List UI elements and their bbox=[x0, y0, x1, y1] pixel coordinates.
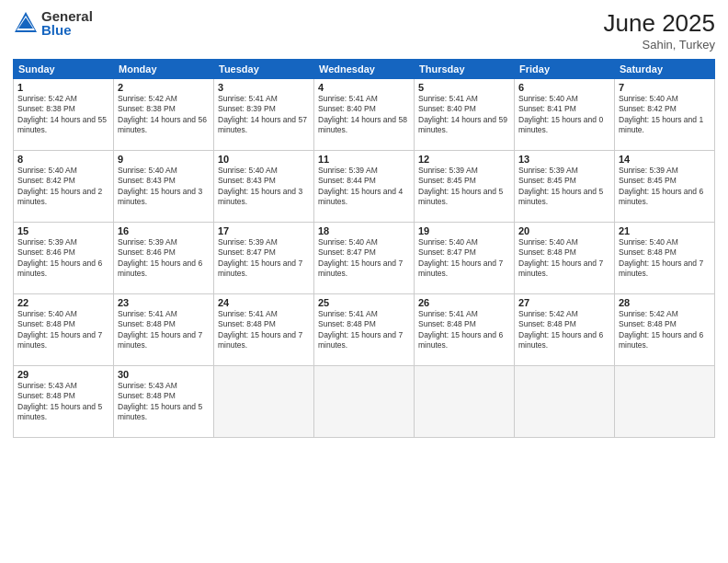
day-7: 7 Sunrise: 5:40 AMSunset: 8:42 PMDayligh… bbox=[615, 79, 715, 151]
day-22: 22 Sunrise: 5:40 AMSunset: 8:48 PMDaylig… bbox=[14, 294, 114, 366]
col-monday: Monday bbox=[114, 60, 214, 79]
day-17: 17 Sunrise: 5:39 AMSunset: 8:47 PMDaylig… bbox=[214, 223, 314, 294]
empty-cell-1 bbox=[214, 366, 314, 438]
logo-icon bbox=[13, 10, 39, 36]
day-23: 23 Sunrise: 5:41 AMSunset: 8:48 PMDaylig… bbox=[114, 294, 214, 366]
calendar-row-3: 15 Sunrise: 5:39 AMSunset: 8:46 PMDaylig… bbox=[14, 223, 715, 294]
col-friday: Friday bbox=[515, 60, 615, 79]
logo-general: General bbox=[41, 9, 93, 23]
day-29: 29 Sunrise: 5:43 AMSunset: 8:48 PMDaylig… bbox=[14, 366, 114, 438]
empty-cell-5 bbox=[615, 366, 715, 438]
logo: General Blue bbox=[13, 9, 93, 37]
calendar: Sunday Monday Tuesday Wednesday Thursday… bbox=[13, 59, 715, 438]
month-year: June 2025 bbox=[604, 9, 715, 38]
day-9: 9 Sunrise: 5:40 AMSunset: 8:43 PMDayligh… bbox=[114, 151, 214, 223]
empty-cell-4 bbox=[515, 366, 615, 438]
day-24: 24 Sunrise: 5:41 AMSunset: 8:48 PMDaylig… bbox=[214, 294, 314, 366]
day-5: 5 Sunrise: 5:41 AMSunset: 8:40 PMDayligh… bbox=[415, 79, 515, 151]
header: General Blue June 2025 Sahin, Turkey bbox=[13, 9, 715, 52]
day-6: 6 Sunrise: 5:40 AMSunset: 8:41 PMDayligh… bbox=[515, 79, 615, 151]
day-12: 12 Sunrise: 5:39 AMSunset: 8:45 PMDaylig… bbox=[415, 151, 515, 223]
day-13: 13 Sunrise: 5:39 AMSunset: 8:45 PMDaylig… bbox=[515, 151, 615, 223]
day-26: 26 Sunrise: 5:41 AMSunset: 8:48 PMDaylig… bbox=[415, 294, 515, 366]
day-18: 18 Sunrise: 5:40 AMSunset: 8:47 PMDaylig… bbox=[314, 223, 415, 294]
title-block: June 2025 Sahin, Turkey bbox=[604, 9, 715, 52]
page: General Blue June 2025 Sahin, Turkey Sun… bbox=[0, 0, 728, 563]
calendar-row-4: 22 Sunrise: 5:40 AMSunset: 8:48 PMDaylig… bbox=[14, 294, 715, 366]
logo-text: General Blue bbox=[41, 9, 93, 37]
day-1: 1 Sunrise: 5:42 AMSunset: 8:38 PMDayligh… bbox=[14, 79, 114, 151]
col-saturday: Saturday bbox=[615, 60, 715, 79]
empty-cell-2 bbox=[314, 366, 415, 438]
day-28: 28 Sunrise: 5:42 AMSunset: 8:48 PMDaylig… bbox=[615, 294, 715, 366]
day-25: 25 Sunrise: 5:41 AMSunset: 8:48 PMDaylig… bbox=[314, 294, 415, 366]
logo-blue: Blue bbox=[41, 23, 93, 37]
day-3: 3 Sunrise: 5:41 AMSunset: 8:39 PMDayligh… bbox=[214, 79, 314, 151]
day-10: 10 Sunrise: 5:40 AMSunset: 8:43 PMDaylig… bbox=[214, 151, 314, 223]
day-30: 30 Sunrise: 5:43 AMSunset: 8:48 PMDaylig… bbox=[114, 366, 214, 438]
day-11: 11 Sunrise: 5:39 AMSunset: 8:44 PMDaylig… bbox=[314, 151, 415, 223]
col-wednesday: Wednesday bbox=[314, 60, 415, 79]
day-4: 4 Sunrise: 5:41 AMSunset: 8:40 PMDayligh… bbox=[314, 79, 415, 151]
day-2: 2 Sunrise: 5:42 AMSunset: 8:38 PMDayligh… bbox=[114, 79, 214, 151]
day-20: 20 Sunrise: 5:40 AMSunset: 8:48 PMDaylig… bbox=[515, 223, 615, 294]
day-19: 19 Sunrise: 5:40 AMSunset: 8:47 PMDaylig… bbox=[415, 223, 515, 294]
day-27: 27 Sunrise: 5:42 AMSunset: 8:48 PMDaylig… bbox=[515, 294, 615, 366]
empty-cell-3 bbox=[415, 366, 515, 438]
calendar-row-5: 29 Sunrise: 5:43 AMSunset: 8:48 PMDaylig… bbox=[14, 366, 715, 438]
col-thursday: Thursday bbox=[415, 60, 515, 79]
col-sunday: Sunday bbox=[14, 60, 114, 79]
day-8: 8 Sunrise: 5:40 AMSunset: 8:42 PMDayligh… bbox=[14, 151, 114, 223]
location: Sahin, Turkey bbox=[604, 38, 715, 52]
day-15: 15 Sunrise: 5:39 AMSunset: 8:46 PMDaylig… bbox=[14, 223, 114, 294]
day-16: 16 Sunrise: 5:39 AMSunset: 8:46 PMDaylig… bbox=[114, 223, 214, 294]
col-tuesday: Tuesday bbox=[214, 60, 314, 79]
day-14: 14 Sunrise: 5:39 AMSunset: 8:45 PMDaylig… bbox=[615, 151, 715, 223]
calendar-row-2: 8 Sunrise: 5:40 AMSunset: 8:42 PMDayligh… bbox=[14, 151, 715, 223]
calendar-header-row: Sunday Monday Tuesday Wednesday Thursday… bbox=[14, 60, 715, 79]
day-21: 21 Sunrise: 5:40 AMSunset: 8:48 PMDaylig… bbox=[615, 223, 715, 294]
calendar-row-1: 1 Sunrise: 5:42 AMSunset: 8:38 PMDayligh… bbox=[14, 79, 715, 151]
